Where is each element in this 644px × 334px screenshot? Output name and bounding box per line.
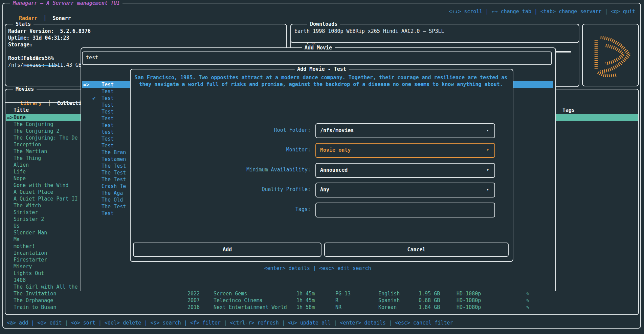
logo-panel — [582, 24, 639, 86]
movie-title: 1408 — [14, 277, 81, 284]
result-title: Test — [102, 102, 129, 108]
library-row[interactable]: Train to Busan2016Next Entertainment Wor… — [6, 304, 638, 311]
movie-title-text: Gone with the Wind — [14, 182, 81, 189]
cancel-button[interactable]: Cancel — [324, 243, 509, 257]
movie-title-text: The Witch — [14, 202, 81, 209]
result-title-text: Test — [102, 102, 129, 108]
result-title-text: The Test — [102, 176, 129, 183]
movie-title-text: Sinister 2 — [14, 216, 81, 223]
movie-title-text: Life — [14, 168, 81, 175]
result-title: The Bran — [102, 149, 129, 156]
result-title-text: Test — [102, 210, 129, 217]
tab-sonarr[interactable]: Sonarr — [52, 15, 71, 21]
movie-title-text: The Conjuring 2 — [14, 128, 81, 134]
movie-title: Us — [14, 223, 81, 229]
result-title: Testamen — [102, 156, 129, 163]
movie-title-text: 1408 — [14, 277, 81, 284]
result-title: Test — [102, 81, 129, 88]
result-title-text: The Test — [102, 169, 129, 176]
tab-radarr[interactable]: Radarr — [19, 15, 37, 21]
movie-title-text: Firestarter — [14, 256, 81, 263]
result-title: The Test — [102, 163, 129, 169]
movie-title: Life — [14, 168, 81, 175]
movie-title: Train to Busan — [14, 304, 81, 311]
movie-title-text: The Conjuring: The De — [14, 134, 81, 141]
cell-studio: Screen Gems — [214, 290, 247, 297]
dropdown-root-folder[interactable]: /nfs/movies▾ — [315, 123, 495, 138]
result-title: Test — [102, 88, 129, 95]
movie-title-text: Misery — [14, 263, 81, 270]
result-title: Test — [102, 142, 129, 149]
stats-rootfolders-label: Root Folders: — [8, 55, 48, 62]
cell-language: Korean — [378, 304, 397, 311]
library-row[interactable]: The Orphanage2007Telecinco Cinema1h 45mR… — [6, 297, 638, 304]
dropdown-quality-profile[interactable]: Any▾ — [315, 183, 495, 197]
result-title-text: Test — [102, 135, 129, 142]
result-title-text: Test — [102, 115, 129, 122]
dropdown-monitor[interactable]: Movie only▾ — [315, 143, 495, 158]
movie-title: Dune — [14, 114, 81, 121]
movie-title: Slender Man — [14, 229, 81, 236]
movie-title-text: Slender Man — [14, 229, 81, 236]
tags-input[interactable] — [315, 203, 495, 217]
movie-title: Nope — [14, 175, 81, 182]
result-title: Test — [102, 210, 129, 217]
chevron-down-icon: ▾ — [486, 147, 489, 153]
movie-title-text: The Martian — [14, 148, 81, 155]
result-title-text: The Old — [102, 196, 129, 203]
dropdown-minimum-availability[interactable]: Announced▾ — [315, 163, 495, 178]
pencil-icon: ✎ — [526, 304, 529, 311]
cell-rating: R — [335, 297, 338, 304]
cell-year: 2022 — [187, 290, 200, 297]
field-value: /nfs/movies — [320, 127, 354, 134]
result-title-text: Test — [102, 142, 129, 149]
stats-storage-label: Storage: — [8, 41, 32, 48]
stats-version: Radarr Version: 5.2.6.8376 — [8, 28, 91, 35]
movie-title-text: The Invitation — [14, 290, 81, 297]
top-keybind-hints: <↑↓> scroll | ←→ change tab | <tab> chan… — [449, 8, 635, 15]
movie-title-text: The Orphanage — [14, 297, 81, 304]
result-title-text: test — [102, 129, 129, 135]
movie-title-text: Inception — [14, 141, 81, 148]
field-label: Minimum Availability: — [131, 166, 311, 173]
movie-title-text: The Conjuring — [14, 121, 81, 128]
field-value: Any — [320, 186, 329, 193]
field-label: Tags: — [131, 206, 311, 213]
result-title: Crash Te — [102, 183, 129, 190]
cell-size: 1.95 GB — [419, 290, 440, 297]
result-title: The Test — [102, 169, 129, 176]
cell-language: English — [378, 290, 400, 297]
result-title-text: The Test — [102, 163, 129, 169]
result-title: Test — [102, 122, 129, 129]
field-label: Quality Profile: — [131, 186, 311, 193]
result-title-text: Test — [102, 122, 129, 129]
tab-divider: │ — [37, 15, 52, 21]
movie-title: Inception — [14, 141, 81, 148]
movie-title: A Quiet Place — [14, 189, 81, 195]
movie-title-text: Dune — [14, 114, 81, 121]
cell-quality: HD-1080p — [457, 290, 481, 297]
result-title: The Aga — [102, 190, 129, 196]
movie-title-text: Sinister — [14, 209, 81, 216]
chevron-down-icon: ▾ — [486, 127, 489, 134]
movie-title: Sinister — [14, 209, 81, 216]
movie-title-text: Alien — [14, 162, 81, 168]
movie-title: The Thing — [14, 155, 81, 162]
app-title: Managarr — A Servarr management TUI — [10, 0, 123, 6]
movie-title: Misery — [14, 263, 81, 270]
movie-title: The Witch — [14, 202, 81, 209]
modal-fields: Root Folder:/nfs/movies▾Monitor:Movie on… — [131, 69, 513, 261]
movie-title: Firestarter — [14, 256, 81, 263]
library-row[interactable]: The Invitation2022Screen Gems1h 45mPG-13… — [6, 290, 638, 297]
movie-title: Sinister 2 — [14, 216, 81, 223]
result-title: The Old — [102, 196, 129, 203]
movie-title-text: Incantation — [14, 250, 81, 256]
popup-keybind-hints: <enter> details | <esc> edit search — [81, 265, 554, 272]
movie-title-text: Nope — [14, 175, 81, 182]
result-title-text: The Test — [102, 203, 129, 210]
movie-title: The Invitation — [14, 290, 81, 297]
chevron-down-icon: ▾ — [486, 186, 489, 193]
selected-row-marker: => — [7, 114, 13, 121]
field-value: Movie only — [320, 147, 351, 153]
add-button[interactable]: Add — [133, 243, 321, 257]
